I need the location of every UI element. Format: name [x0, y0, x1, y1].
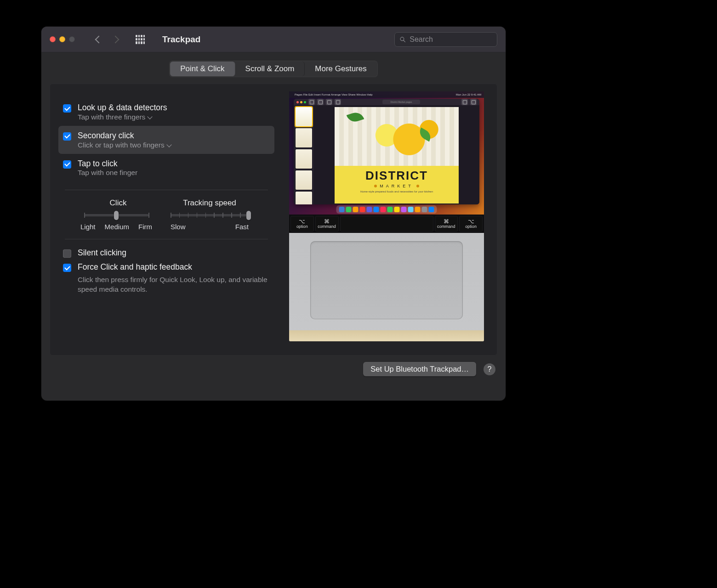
window-title: Trackpad: [162, 34, 200, 45]
checkbox-silent[interactable]: [63, 249, 71, 258]
chevron-down-icon: [166, 142, 171, 147]
slider-min-label: Light: [80, 223, 96, 231]
show-all-icon[interactable]: [136, 35, 145, 44]
divider: [65, 239, 268, 239]
option-secondary-click[interactable]: Secondary click Click or tap with two fi…: [58, 126, 274, 154]
click-slider[interactable]: [84, 214, 148, 216]
preferences-window: Trackpad Point & Click Scroll & Zoom Mor…: [41, 27, 506, 401]
slider-max-label: Fast: [235, 223, 249, 231]
preview-brand: DISTRICT: [365, 169, 428, 183]
option-tap-to-click[interactable]: Tap to click Tap with one finger: [58, 154, 274, 182]
trackpad-surface: [310, 241, 463, 319]
tab-point-click[interactable]: Point & Click: [170, 62, 235, 76]
preview-dock: [336, 205, 437, 214]
option-force-click[interactable]: Force Click and haptic feedback Click th…: [58, 260, 274, 299]
search-input[interactable]: [410, 35, 492, 44]
preview-tagline: Home-style prepared foods and necessitie…: [360, 190, 433, 193]
help-button[interactable]: ?: [484, 363, 495, 375]
option-title: Tap to click: [78, 158, 137, 169]
option-sub-dropdown[interactable]: Click or tap with two fingers: [78, 141, 171, 149]
gesture-preview: Pages File Edit Insert Format Arrange Vi…: [289, 91, 484, 341]
settings-panel: Look up & data detectors Tap with three …: [50, 84, 497, 356]
search-icon: [399, 36, 406, 43]
tab-bar: Point & Click Scroll & Zoom More Gesture…: [41, 61, 506, 77]
option-title: Secondary click: [78, 130, 171, 141]
chevron-down-icon: [148, 114, 153, 119]
checkbox-secondary[interactable]: [63, 132, 71, 141]
tracking-slider-block: Tracking speed Slow Fast: [171, 198, 249, 231]
search-field[interactable]: [394, 32, 497, 47]
slider-label: Click: [84, 198, 152, 208]
nav-arrows: [96, 37, 118, 42]
checkbox-force-click[interactable]: [63, 264, 71, 272]
option-sub-dropdown[interactable]: Tap with three fingers: [78, 113, 167, 121]
option-description: Click then press firmly for Quick Look, …: [78, 275, 268, 294]
svg-line-1: [404, 40, 405, 42]
slider-mid-label: Medium: [105, 223, 129, 231]
titlebar: Trackpad: [41, 27, 506, 52]
minimize-button[interactable]: [59, 36, 65, 42]
tracking-slider[interactable]: [171, 214, 249, 216]
preview-menubar: Pages File Edit Insert Format Arrange Vi…: [289, 91, 484, 98]
tab-scroll-zoom[interactable]: Scroll & Zoom: [235, 62, 305, 76]
options-column: Look up & data detectors Tap with three …: [50, 91, 279, 341]
option-silent-clicking[interactable]: Silent clicking: [58, 248, 274, 260]
slider-label: Tracking speed: [171, 198, 249, 208]
tab-more-gestures[interactable]: More Gestures: [305, 62, 376, 76]
zoom-button: [69, 36, 75, 42]
sliders-row: Click Light Medium Firm Tracking speed S…: [58, 198, 274, 231]
footer: Set Up Bluetooth Trackpad… ?: [41, 356, 506, 376]
preview-sub: MARKET: [374, 184, 419, 188]
preview-screen: Pages File Edit Insert Format Arrange Vi…: [289, 91, 484, 215]
slider-min-label: Slow: [171, 223, 186, 231]
slider-max-label: Firm: [138, 223, 152, 231]
option-title: Look up & data detectors: [78, 102, 167, 113]
checkbox-lookup[interactable]: [63, 104, 71, 113]
close-button[interactable]: [50, 36, 56, 42]
click-slider-block: Click Light Medium Firm: [84, 198, 152, 231]
option-lookup[interactable]: Look up & data detectors Tap with three …: [58, 98, 274, 126]
option-sub: Tap with one finger: [78, 169, 137, 177]
preview-trackpad: ⌥option⌘command⌘command⌥option: [289, 215, 484, 341]
setup-bluetooth-button[interactable]: Set Up Bluetooth Trackpad…: [363, 362, 476, 376]
preview-app-window: District Market.pages DISTRICT: [294, 99, 479, 204]
window-controls: [50, 36, 75, 42]
back-button[interactable]: [95, 35, 103, 43]
checkbox-tap[interactable]: [63, 160, 71, 169]
option-title: Silent clicking: [78, 248, 126, 258]
forward-button: [112, 35, 120, 43]
divider: [65, 190, 268, 190]
option-title: Force Click and haptic feedback: [78, 262, 268, 272]
